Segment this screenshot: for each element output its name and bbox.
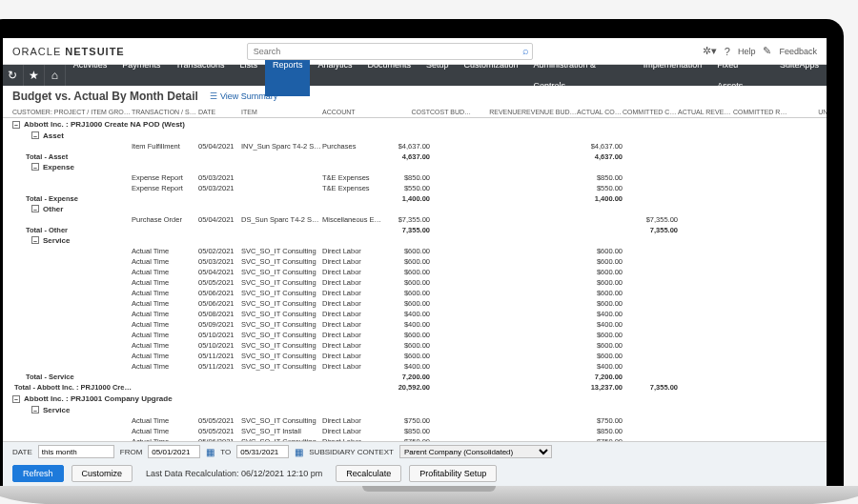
column-header[interactable]: DATE [198,109,241,115]
page-title: Budget vs. Actual By Month Detail [12,90,198,103]
collapse-icon[interactable]: – [31,406,39,413]
subsidiary-label: SUBSIDIARY CONTEXT [309,448,394,456]
profitability-button[interactable]: Profitability Setup [409,465,497,482]
collapse-icon[interactable]: – [12,395,20,403]
group-row[interactable]: –Service [12,235,817,246]
history-icon[interactable]: ↻ [3,65,24,86]
table-row: Total - Other7,355.007,355.00 [12,225,817,235]
app-screen: ORACLE NETSUITE ⌕ ✲▾ ? Help ✎ Feedback ↻… [3,38,827,486]
table-row: Actual Time05/05/2021SVC_SO_IT Consultin… [12,415,817,426]
table-row: Actual Time05/02/2021SVC_SO_IT Consultin… [12,246,817,256]
from-date-input[interactable] [148,445,200,458]
star-icon[interactable]: ★ [24,65,45,86]
table-row: Total - Abbott Inc. : PRJ1000 Create NA … [12,382,817,393]
collapse-icon[interactable]: – [12,121,20,129]
column-header[interactable]: ACCOUNT [322,109,384,115]
column-header[interactable]: REVENUE [476,109,521,115]
table-row: Actual Time05/08/2021SVC_SO_IT Consultin… [12,309,817,319]
group-row[interactable]: –Other [12,204,817,214]
table-row: Actual Time05/10/2021SVC_SO_IT Consultin… [12,330,817,340]
to-label: TO [220,448,231,456]
table-row: Purchase Order05/04/2021DS_Sun Sparc T4-… [12,214,817,225]
main-nav: ↻ ★ ⌂ ActivitiesPaymentsTransactionsList… [3,65,827,86]
column-header[interactable]: COST [384,109,430,115]
group-row[interactable]: –Expense [12,162,817,172]
column-header[interactable]: COMMITTED COST [623,109,678,115]
project-row[interactable]: –Abbott Inc. : PRJ1001 Company Upgrade [12,393,817,405]
recalculate-button[interactable]: Recalculate [336,465,401,482]
search-input[interactable] [247,43,533,60]
group-row[interactable]: –Asset [12,131,817,141]
recalc-timestamp: Last Data Recalculation: 06/12/2021 12:1… [146,469,322,478]
report-grid[interactable]: –Abbott Inc. : PRJ1000 Create NA POD (We… [3,118,827,441]
list-icon: ☰ [210,91,217,101]
collapse-icon[interactable]: – [31,131,39,139]
calendar-icon[interactable]: ▦ [206,447,214,457]
to-date-input[interactable] [236,445,289,458]
brand-prefix: ORACLE [12,46,61,57]
table-row: Item Fulfillment05/04/2021INV_Sun Sparc … [12,141,817,151]
table-row: Actual Time05/09/2021SVC_SO_IT Consultin… [12,319,817,330]
table-row: Actual Time05/10/2021SVC_SO_IT Consultin… [12,340,817,351]
column-header[interactable]: COMMITTED REVENUE [733,109,788,115]
collapse-icon[interactable]: – [31,163,39,171]
date-preset-input[interactable] [38,445,114,458]
column-header[interactable]: UNBI [788,109,827,115]
table-row: Total - Expense1,400.001,400.00 [12,193,817,204]
refresh-button[interactable]: Refresh [12,465,64,482]
search-icon[interactable]: ⌕ [522,45,529,56]
table-row: Actual Time05/05/2021SVC_SO_IT Consultin… [12,277,817,288]
calendar-icon[interactable]: ▦ [295,447,303,457]
collapse-icon[interactable]: – [31,205,39,212]
subsidiary-select[interactable]: Parent Company (Consolidated) [399,445,552,458]
collapse-icon[interactable]: – [31,236,39,244]
column-header[interactable]: CUSTOMER: PROJECT / ITEM GROUP [12,109,132,115]
column-header[interactable]: ACTUAL COST [577,109,623,115]
report-footer: DATE FROM ▦ TO ▦ SUBSIDIARY CONTEXT Pare… [3,441,827,486]
column-header[interactable]: TRANSACTION / SOURCE [132,109,198,115]
customize-button[interactable]: Customize [72,465,133,482]
column-headers: CUSTOMER: PROJECT / ITEM GROUPTRANSACTIO… [3,107,827,118]
table-row: Actual Time05/05/2021SVC_SO_IT InstallDi… [12,426,817,436]
table-row: Actual Time05/11/2021SVC_SO_IT Consultin… [12,361,817,372]
table-row: Actual Time05/03/2021SVC_SO_IT Consultin… [12,256,817,267]
table-row: Total - Service7,200.007,200.00 [12,372,817,382]
table-row: Actual Time05/06/2021SVC_SO_IT Consultin… [12,288,817,298]
group-row[interactable]: –Service [12,405,817,415]
view-summary-link[interactable]: ☰ View Summary [210,91,277,101]
laptop-base [0,486,858,504]
date-label: DATE [12,448,32,456]
table-row: Expense Report05/03/2021T&E Expenses$550… [12,183,817,193]
from-label: FROM [120,448,143,456]
project-row[interactable]: –Abbott Inc. : PRJ1000 Create NA POD (We… [12,118,817,131]
table-row: Actual Time05/11/2021SVC_SO_IT Consultin… [12,351,817,361]
home-icon[interactable]: ⌂ [45,65,66,86]
column-header[interactable]: COST BUDGET [430,109,476,115]
column-header[interactable]: ACTUAL REVENUE [678,109,733,115]
table-row: Actual Time05/06/2021SVC_SO_IT Consultin… [12,298,817,309]
table-row: Expense Report05/03/2021T&E Expenses$850… [12,172,817,183]
table-row: Actual Time05/04/2021SVC_SO_IT Consultin… [12,267,817,277]
column-header[interactable]: REVENUE BUDGET [521,109,577,115]
table-row: Total - Asset4,637.004,637.00 [12,151,817,162]
column-header[interactable]: ITEM [241,109,322,115]
